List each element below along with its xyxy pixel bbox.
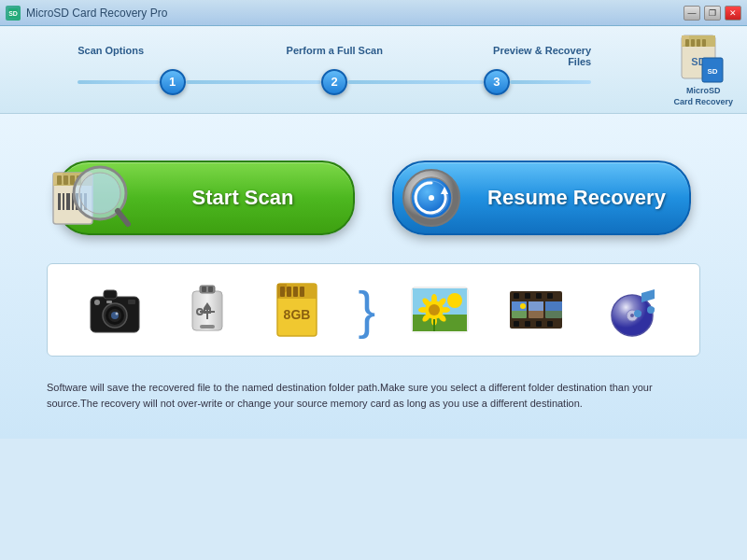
track-line-left xyxy=(78,80,159,84)
start-scan-label: Start Scan xyxy=(192,186,294,210)
svg-rect-60 xyxy=(293,287,298,297)
resume-icon xyxy=(399,165,464,231)
svg-rect-86 xyxy=(536,321,542,327)
svg-point-97 xyxy=(630,314,634,317)
step-node-3: 3 xyxy=(484,69,510,95)
steps-labels: Scan Options Perform a Full Scan Preview… xyxy=(78,45,591,67)
steps-bar: Scan Options Perform a Full Scan Preview… xyxy=(0,26,747,114)
svg-rect-92 xyxy=(529,301,543,311)
svg-rect-41 xyxy=(104,290,117,299)
bracket-symbol: } xyxy=(359,284,376,336)
music-icon xyxy=(600,278,664,342)
svg-rect-42 xyxy=(128,300,135,304)
svg-rect-94 xyxy=(545,301,562,311)
minimize-button[interactable]: — xyxy=(684,6,700,21)
titlebar: SD MicroSD Card Recovery Pro — ❐ ✕ xyxy=(0,0,747,26)
steps-container: Scan Options Perform a Full Scan Preview… xyxy=(14,45,655,95)
svg-point-65 xyxy=(447,293,462,308)
svg-rect-46 xyxy=(200,325,215,329)
footer-text: Software will save the recovered file to… xyxy=(47,380,700,411)
svg-rect-7 xyxy=(697,39,700,47)
svg-rect-20 xyxy=(63,193,64,210)
svg-rect-16 xyxy=(63,175,68,185)
step-node-1: 1 xyxy=(160,69,186,95)
svg-point-69 xyxy=(431,294,437,303)
svg-text:SD: SD xyxy=(8,10,18,17)
svg-rect-84 xyxy=(514,321,519,327)
svg-rect-54 xyxy=(208,287,213,292)
svg-point-71 xyxy=(441,307,450,313)
main-content: Start Scan xyxy=(0,114,747,439)
svg-point-75 xyxy=(418,307,428,313)
svg-text:SD: SD xyxy=(708,67,718,76)
svg-rect-82 xyxy=(536,293,542,299)
svg-rect-78 xyxy=(413,331,467,332)
resume-recovery-label: Resume Recovery xyxy=(487,186,666,210)
sd-card-icon: 8GB xyxy=(268,278,326,342)
restore-button[interactable]: ❐ xyxy=(704,6,721,21)
icons-strip: 8GB } xyxy=(47,263,700,357)
window-title: MicroSD Card Recovery Pro xyxy=(26,7,684,20)
close-button[interactable]: ✕ xyxy=(725,6,741,21)
camera-icon xyxy=(83,278,147,342)
logo-line1: MicroSD xyxy=(686,86,721,95)
start-scan-button[interactable]: Start Scan xyxy=(56,161,355,235)
svg-rect-87 xyxy=(547,321,553,327)
buttons-row: Start Scan xyxy=(47,161,700,235)
svg-rect-19 xyxy=(58,193,61,210)
svg-rect-59 xyxy=(287,287,291,297)
svg-point-43 xyxy=(94,300,100,305)
track-line-mid2 xyxy=(347,80,484,84)
svg-rect-58 xyxy=(280,287,285,297)
track-line-mid1 xyxy=(186,80,322,84)
svg-point-40 xyxy=(115,313,118,315)
logo-icon: SD SD xyxy=(676,32,730,86)
svg-text:8GB: 8GB xyxy=(283,307,310,322)
svg-rect-21 xyxy=(66,193,70,210)
window-controls: — ❐ ✕ xyxy=(684,6,741,21)
svg-point-68 xyxy=(429,304,440,315)
svg-rect-61 xyxy=(300,287,304,297)
step-3-label: Preview & Recovery Files xyxy=(479,45,591,67)
step-2-label: Perform a Full Scan xyxy=(278,45,390,67)
svg-rect-15 xyxy=(57,175,62,185)
logo-line2: Card Recovery xyxy=(673,97,733,106)
film-strip-icon xyxy=(504,278,568,342)
svg-point-90 xyxy=(520,303,526,309)
svg-point-27 xyxy=(79,173,120,214)
svg-rect-44 xyxy=(106,301,112,303)
svg-rect-53 xyxy=(202,287,206,292)
photo-icon xyxy=(408,278,472,342)
svg-rect-6 xyxy=(691,39,695,47)
svg-rect-83 xyxy=(547,293,553,299)
svg-line-28 xyxy=(118,211,128,224)
svg-rect-5 xyxy=(685,39,689,47)
step-node-2: 2 xyxy=(321,69,347,95)
step-1-label: Scan Options xyxy=(78,45,190,67)
app-icon: SD xyxy=(6,6,21,21)
svg-point-33 xyxy=(429,195,434,201)
usb-drive-icon xyxy=(179,278,235,342)
scan-icon xyxy=(49,154,133,238)
svg-rect-80 xyxy=(514,293,519,299)
svg-rect-8 xyxy=(702,39,706,47)
steps-track: 1 2 3 xyxy=(78,69,591,95)
svg-rect-17 xyxy=(70,175,75,185)
logo-area: SD SD MicroSD Card Recovery xyxy=(673,32,733,107)
svg-rect-81 xyxy=(525,293,530,299)
resume-recovery-button[interactable]: Resume Recovery xyxy=(392,161,691,235)
svg-rect-85 xyxy=(525,321,530,327)
track-line-right xyxy=(510,80,591,84)
